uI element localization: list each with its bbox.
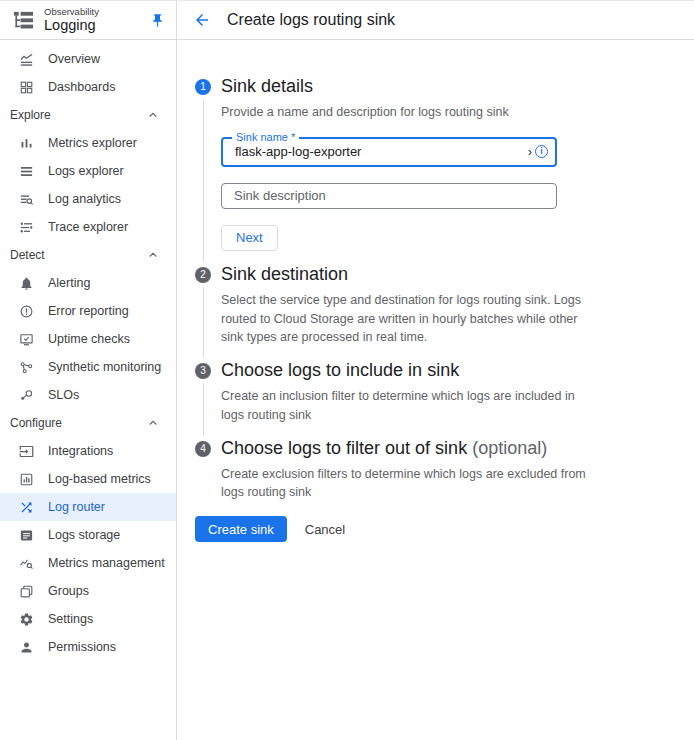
sidebar-item-label: SLOs — [48, 388, 79, 402]
sidebar-item-label: Logs explorer — [48, 164, 124, 178]
step-exclude-logs: 4 Choose logs to filter out of sink (opt… — [195, 438, 674, 509]
optional-suffix: (optional) — [472, 438, 547, 458]
sidebar-section-explore[interactable]: Explore — [0, 101, 176, 129]
sidebar-item-logs-explorer[interactable]: Logs explorer — [0, 157, 176, 185]
sidebar-item-permissions[interactable]: Permissions — [0, 633, 176, 661]
chevron-up-icon — [147, 417, 159, 429]
sidebar-section-configure[interactable]: Configure — [0, 409, 176, 437]
sidebar-item-log-based-metrics[interactable]: Log-based metrics — [0, 465, 176, 493]
step-title: Sink details — [221, 76, 606, 97]
next-button[interactable]: Next — [221, 225, 278, 251]
sidebar-section-detect[interactable]: Detect — [0, 241, 176, 269]
step-title-text: Choose logs to filter out of sink — [221, 438, 467, 458]
sidebar-item-metrics-explorer[interactable]: Metrics explorer — [0, 129, 176, 157]
sidebar-item-label: Logs storage — [48, 528, 120, 542]
step-description: Select the service type and destination … — [221, 291, 593, 347]
person-icon — [19, 640, 34, 655]
sidebar-item-label: Metrics explorer — [48, 136, 137, 150]
info-icon[interactable]: i — [535, 145, 548, 158]
sidebar-item-overview[interactable]: Overview — [0, 45, 176, 73]
sink-name-input[interactable] — [223, 144, 528, 159]
sidebar-item-dashboards[interactable]: Dashboards — [0, 73, 176, 101]
sidebar-item-label: Synthetic monitoring — [48, 360, 161, 374]
sidebar-item-label: Dashboards — [48, 80, 115, 94]
sidebar-item-uptime-checks[interactable]: Uptime checks — [0, 325, 176, 353]
sidebar-item-synthetic-monitoring[interactable]: Synthetic monitoring — [0, 353, 176, 381]
sidebar-item-label: Integrations — [48, 444, 113, 458]
sidebar-item-label: Metrics management — [48, 556, 165, 570]
gear-icon — [19, 612, 34, 627]
dashboards-grid-icon — [19, 80, 34, 95]
pushpin-icon[interactable] — [148, 11, 166, 29]
sidebar-item-label: Alerting — [48, 276, 90, 290]
storage-card-icon — [19, 528, 34, 543]
arrow-back-icon — [193, 11, 211, 29]
bar-chart-icon — [19, 136, 34, 151]
sidebar-item-label: Log analytics — [48, 192, 121, 206]
input-arrow-icon — [19, 444, 34, 459]
step-connector — [203, 287, 204, 358]
chevron-up-icon — [147, 249, 159, 261]
step-title[interactable]: Sink destination — [221, 264, 606, 285]
nodes-icon — [19, 360, 34, 375]
product-titles: Observability Logging — [44, 7, 139, 34]
sidebar-item-alerting[interactable]: Alerting — [0, 269, 176, 297]
sink-name-label: Sink name * — [232, 131, 299, 143]
sidebar-item-logs-storage[interactable]: Logs storage — [0, 521, 176, 549]
sidebar-item-label: Settings — [48, 612, 93, 626]
log-search-icon — [19, 192, 34, 207]
step-number-badge: 1 — [195, 79, 211, 95]
section-label: Configure — [10, 416, 62, 430]
product-title: Logging — [44, 17, 139, 33]
sidebar-item-slos[interactable]: SLOs — [0, 381, 176, 409]
sidebar-item-log-analytics[interactable]: Log analytics — [0, 185, 176, 213]
sink-description-input[interactable] — [222, 188, 556, 203]
sidebar-item-label: Uptime checks — [48, 332, 130, 346]
chevron-right-icon[interactable]: › — [528, 146, 532, 158]
cancel-button[interactable]: Cancel — [305, 522, 345, 537]
sidebar-item-label: Error reporting — [48, 304, 129, 318]
back-button[interactable] — [193, 10, 213, 30]
sidebar-item-label: Trace explorer — [48, 220, 128, 234]
sidebar-item-groups[interactable]: Groups — [0, 577, 176, 605]
sidebar-item-trace-explorer[interactable]: Trace explorer — [0, 213, 176, 241]
step-number-badge: 2 — [195, 267, 211, 283]
step-sink-details: 1 Sink details Provide a name and descri… — [195, 76, 674, 264]
step-rail: 2 — [195, 264, 211, 360]
step-rail: 3 — [195, 360, 211, 438]
step-title[interactable]: Choose logs to filter out of sink (optio… — [221, 438, 606, 459]
form-actions: Create sink Cancel — [195, 516, 674, 542]
step-number-badge: 4 — [195, 441, 211, 457]
section-label: Explore — [10, 108, 51, 122]
sidebar-item-metrics-management[interactable]: Metrics management — [0, 549, 176, 577]
section-label: Detect — [10, 248, 45, 262]
app-window: Observability Logging Overview Dashboard… — [0, 0, 694, 740]
overview-chart-icon — [19, 52, 34, 67]
chart-search-icon — [19, 556, 34, 571]
page-header: Create logs routing sink — [177, 1, 694, 40]
chevron-up-icon — [147, 109, 159, 121]
bell-icon — [19, 276, 34, 291]
uptime-monitor-icon — [19, 332, 34, 347]
metrics-box-icon — [19, 472, 34, 487]
step-rail: 1 — [195, 76, 211, 264]
sidebar-item-error-reporting[interactable]: Error reporting — [0, 297, 176, 325]
product-subtitle: Observability — [44, 7, 139, 18]
sidebar-item-label: Groups — [48, 584, 89, 598]
log-lines-icon — [19, 164, 34, 179]
step-description: Create exclusion filters to determine wh… — [221, 465, 593, 503]
sidebar-item-log-router[interactable]: Log router — [0, 493, 176, 521]
create-sink-button[interactable]: Create sink — [195, 516, 287, 542]
error-circle-icon — [19, 304, 34, 319]
step-connector — [203, 383, 204, 436]
page-title: Create logs routing sink — [227, 11, 395, 29]
sink-description-field — [221, 183, 557, 209]
step-title[interactable]: Choose logs to include in sink — [221, 360, 606, 381]
tree-list-logo-icon — [12, 9, 35, 32]
sidebar-item-label: Permissions — [48, 640, 116, 654]
sidebar-item-settings[interactable]: Settings — [0, 605, 176, 633]
sidebar-header: Observability Logging — [0, 1, 176, 40]
step-number-badge: 3 — [195, 363, 211, 379]
sidebar-item-integrations[interactable]: Integrations — [0, 437, 176, 465]
sidebar: Observability Logging Overview Dashboard… — [0, 1, 177, 740]
